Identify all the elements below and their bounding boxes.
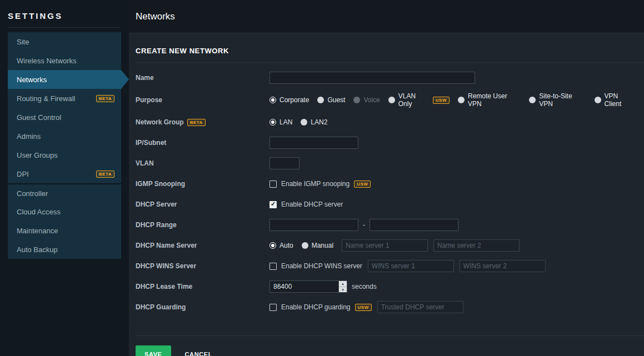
page-title: Networks: [136, 11, 175, 22]
checkmark-icon: ✓: [271, 200, 276, 207]
name-server-1-input[interactable]: [342, 239, 428, 252]
sidebar-title: SETTINGS: [0, 0, 129, 27]
purpose-option-corporate[interactable]: Corporate: [269, 96, 309, 104]
radio-disabled-icon: [353, 97, 360, 103]
form-row-network-group: Network Group BETA LAN LAN2: [136, 116, 644, 128]
wins-server-2-input[interactable]: [460, 260, 546, 272]
form-row-dhcp-server: DHCP Server ✓ Enable DHCP server: [136, 198, 644, 210]
sidebar-item-dpi[interactable]: DPI BETA: [8, 164, 121, 183]
beta-badge: BETA: [187, 119, 206, 126]
sidebar-item-user-groups[interactable]: User Groups: [8, 146, 121, 164]
stepper-spinner: ▴ ▾: [338, 281, 347, 292]
sidebar-item-wireless-networks[interactable]: Wireless Networks: [8, 51, 121, 70]
dhcp-name-server-option-auto[interactable]: Auto: [269, 242, 293, 249]
vlan-input[interactable]: [269, 157, 299, 169]
vlan-label: VLAN: [136, 159, 269, 167]
dhcp-lease-time-stepper: ▴ ▾: [269, 280, 347, 293]
section-divider: [136, 62, 644, 63]
sidebar-item-controller[interactable]: Controller: [8, 183, 121, 202]
stepper-down-button[interactable]: ▾: [339, 287, 347, 293]
purpose-option-vpn-client[interactable]: VPN Client: [595, 92, 636, 108]
radio-icon: [301, 119, 307, 126]
dhcp-name-server-option-label: Auto: [279, 242, 293, 249]
trusted-dhcp-server-input[interactable]: [377, 301, 463, 313]
enable-dhcp-server-checkbox[interactable]: ✓ Enable DHCP server: [269, 200, 343, 208]
purpose-option-site-to-site-vpn[interactable]: Site-to-Site VPN: [529, 92, 586, 108]
vlan-label-text: VLAN: [136, 159, 154, 167]
save-button[interactable]: SAVE: [136, 345, 171, 356]
dhcp-lease-time-input[interactable]: [269, 280, 347, 293]
radio-icon: [388, 97, 395, 103]
sidebar-item-label: DPI: [17, 170, 29, 178]
sidebar-item-cloud-access[interactable]: Cloud Access: [8, 202, 121, 221]
form-row-dhcp-lease-time: DHCP Lease Time ▴ ▾ seconds: [136, 280, 644, 293]
dhcp-range-label: DHCP Range: [136, 221, 269, 229]
form-row-dhcp-guarding: DHCP Guarding Enable DHCP guarding USW: [136, 301, 644, 313]
sidebar-item-label: Guest Control: [17, 113, 61, 122]
sidebar-item-maintenance[interactable]: Maintenance: [8, 221, 121, 240]
enable-dhcp-wins-server-checkbox[interactable]: Enable DHCP WINS server: [269, 262, 362, 270]
network-group-option-lan[interactable]: LAN: [269, 118, 292, 126]
igmp-snooping-label: IGMP Snooping: [136, 180, 269, 188]
sidebar-item-site[interactable]: Site: [8, 32, 121, 51]
name-input[interactable]: [269, 72, 475, 84]
form-row-dhcp-wins-server: DHCP WINS Server Enable DHCP WINS server: [136, 260, 644, 272]
dhcp-name-server-label-text: DHCP Name Server: [136, 242, 197, 249]
app-window: SETTINGS Site Wireless Networks Networks…: [0, 0, 644, 356]
sidebar-nav: Site Wireless Networks Networks Routing …: [8, 32, 121, 259]
purpose-option-remote-user-vpn[interactable]: Remote User VPN: [458, 92, 521, 108]
purpose-option-label: Guest: [327, 96, 345, 104]
dhcp-wins-server-label-text: DHCP WINS Server: [136, 262, 196, 270]
name-label-text: Name: [136, 74, 154, 82]
checkbox-unchecked-icon: [269, 263, 277, 270]
sidebar-item-guest-control[interactable]: Guest Control: [8, 108, 121, 127]
form-row-vlan: VLAN: [136, 157, 644, 169]
enable-dhcp-guarding-checkbox[interactable]: Enable DHCP guarding USW: [269, 303, 372, 311]
sidebar-item-label: Auto Backup: [17, 245, 58, 254]
stepper-up-button[interactable]: ▴: [339, 281, 347, 287]
dhcp-name-server-option-manual[interactable]: Manual: [302, 242, 333, 249]
form-row-name: Name: [136, 72, 644, 84]
network-group-option-lan2[interactable]: LAN2: [301, 118, 327, 126]
dhcp-range-end-input[interactable]: [370, 219, 458, 231]
purpose-option-vlan-only[interactable]: VLAN Only USW: [388, 92, 450, 108]
sidebar-item-admins[interactable]: Admins: [8, 127, 121, 146]
dhcp-server-label: DHCP Server: [136, 200, 269, 208]
ip-subnet-label: IP/Subnet: [136, 139, 269, 147]
checkbox-label: Enable DHCP server: [281, 200, 343, 208]
name-server-2-input[interactable]: [433, 239, 520, 252]
network-group-label: Network Group BETA: [136, 118, 269, 126]
checkbox-label: Enable DHCP guarding: [281, 303, 351, 311]
content-area: CREATE NEW NETWORK Name Purpose: [129, 33, 644, 356]
radio-selected-icon: [269, 242, 276, 249]
wins-server-1-input[interactable]: [368, 260, 454, 272]
beta-badge: BETA: [96, 171, 114, 178]
dhcp-range-start-input[interactable]: [269, 219, 358, 231]
usw-badge: USW: [355, 304, 372, 311]
ip-subnet-input[interactable]: [269, 137, 358, 149]
checkbox-label: Enable IGMP snooping: [281, 180, 350, 188]
purpose-option-guest[interactable]: Guest: [317, 96, 345, 104]
checkbox-unchecked-icon: [269, 180, 277, 188]
network-group-option-label: LAN2: [311, 118, 327, 126]
sidebar-item-routing-firewall[interactable]: Routing & Firewall BETA: [8, 89, 121, 108]
radio-icon: [317, 97, 324, 103]
dhcp-wins-server-label: DHCP WINS Server: [136, 262, 269, 270]
dhcp-range-label-text: DHCP Range: [136, 221, 177, 229]
form-row-igmp-snooping: IGMP Snooping Enable IGMP snooping USW: [136, 178, 644, 190]
purpose-option-label: Corporate: [279, 96, 309, 104]
sidebar-item-label: Wireless Networks: [17, 57, 77, 65]
sidebar-item-label: Controller: [17, 189, 48, 198]
purpose-option-label: Voice: [363, 96, 380, 104]
sidebar-item-networks[interactable]: Networks: [8, 70, 121, 89]
form-row-dhcp-name-server: DHCP Name Server Auto Manual: [136, 239, 644, 252]
dhcp-lease-time-label: DHCP Lease Time: [136, 283, 269, 290]
dhcp-guarding-label: DHCP Guarding: [136, 303, 269, 311]
purpose-label-text: Purpose: [136, 96, 162, 104]
radio-selected-icon: [269, 119, 276, 126]
sidebar-item-auto-backup[interactable]: Auto Backup: [8, 240, 121, 259]
enable-igmp-snooping-checkbox[interactable]: Enable IGMP snooping USW: [269, 180, 371, 188]
cancel-button[interactable]: CANCEL: [185, 351, 212, 356]
dhcp-server-label-text: DHCP Server: [136, 200, 177, 208]
form-row-purpose: Purpose Corporate Guest Vo: [136, 92, 644, 108]
